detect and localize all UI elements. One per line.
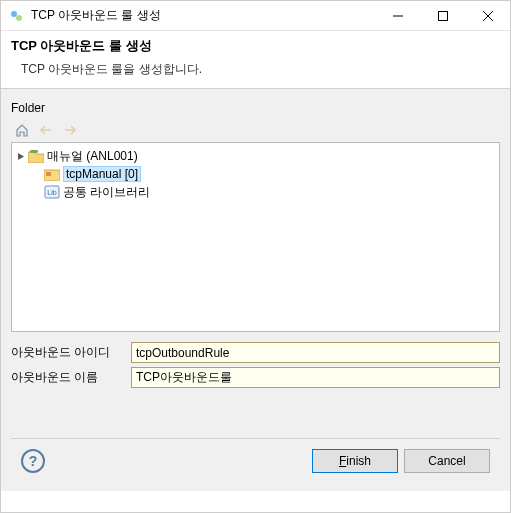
folder-label: Folder [11, 101, 500, 115]
outbound-name-label: 아웃바운드 이름 [11, 369, 131, 386]
forward-arrow-icon[interactable] [61, 121, 79, 139]
tree-item-label: tcpManual [0] [63, 166, 141, 182]
banner-description: TCP 아웃바운드 룰을 생성합니다. [21, 61, 500, 78]
svg-rect-6 [30, 150, 38, 153]
tree-child-item[interactable]: Lib 공통 라이브러리 [14, 183, 497, 201]
outbound-id-label: 아웃바운드 아이디 [11, 344, 131, 361]
tree-root-item[interactable]: 매뉴얼 (ANL001) [14, 147, 497, 165]
finish-button[interactable]: Finish [312, 449, 398, 473]
svg-point-1 [16, 15, 22, 21]
window-title: TCP 아웃바운드 룰 생성 [31, 7, 375, 24]
wizard-banner: TCP 아웃바운드 룰 생성 TCP 아웃바운드 룰을 생성합니다. [1, 31, 510, 89]
divider [11, 438, 500, 439]
finish-label-rest: inish [346, 454, 371, 468]
help-icon: ? [29, 453, 38, 469]
form-row-id: 아웃바운드 아이디 [11, 342, 500, 363]
folder-tree[interactable]: 매뉴얼 (ANL001) tcpManual [0] Lib 공통 라이브러리 [11, 142, 500, 332]
svg-line-4 [483, 11, 493, 21]
outbound-id-input[interactable] [131, 342, 500, 363]
form: 아웃바운드 아이디 아웃바운드 이름 [11, 342, 500, 388]
svg-rect-3 [438, 11, 447, 20]
cancel-label: Cancel [428, 454, 465, 468]
dialog-footer: ? Finish Cancel [11, 449, 500, 483]
svg-line-5 [483, 11, 493, 21]
main-content: Folder 매뉴얼 (ANL001) tcpManual [0] [1, 89, 510, 491]
folder-special-icon [44, 166, 60, 182]
library-icon: Lib [44, 184, 60, 200]
help-button[interactable]: ? [21, 449, 45, 473]
tree-item-label: 매뉴얼 (ANL001) [47, 148, 138, 165]
form-row-name: 아웃바운드 이름 [11, 367, 500, 388]
cancel-button[interactable]: Cancel [404, 449, 490, 473]
app-icon [9, 8, 25, 24]
svg-point-0 [11, 11, 17, 17]
tree-child-item[interactable]: tcpManual [0] [14, 165, 497, 183]
folder-toolbar [11, 118, 500, 142]
back-arrow-icon[interactable] [37, 121, 55, 139]
svg-rect-8 [46, 172, 51, 176]
svg-text:Lib: Lib [47, 189, 56, 196]
banner-title: TCP 아웃바운드 룰 생성 [11, 37, 500, 55]
home-icon[interactable] [13, 121, 31, 139]
close-button[interactable] [465, 1, 510, 31]
tree-item-label: 공통 라이브러리 [63, 184, 150, 201]
project-folder-icon [28, 148, 44, 164]
title-bar: TCP 아웃바운드 룰 생성 [1, 1, 510, 31]
outbound-name-input[interactable] [131, 367, 500, 388]
expander-icon[interactable] [14, 152, 28, 161]
maximize-button[interactable] [420, 1, 465, 31]
minimize-button[interactable] [375, 1, 420, 31]
